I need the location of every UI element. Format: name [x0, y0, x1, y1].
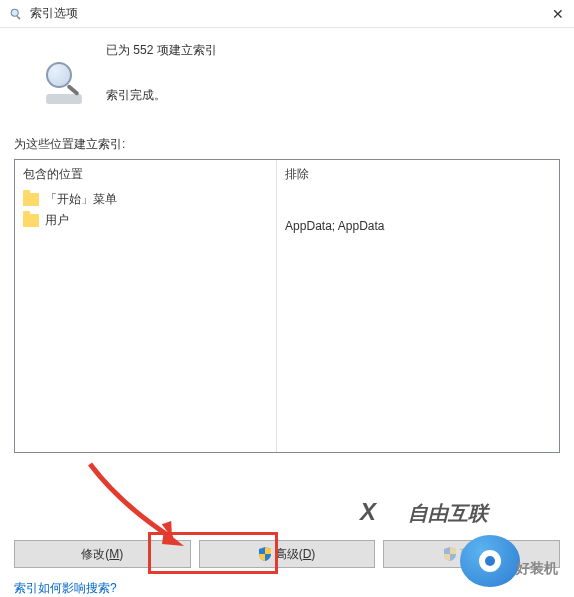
list-item-label: 用户: [45, 212, 69, 229]
button-label: 高级(D): [275, 546, 316, 563]
index-status-text: 索引完成。: [106, 87, 217, 104]
magnifier-small-icon: [8, 6, 24, 22]
section-label: 为这些位置建立索引:: [14, 136, 564, 153]
watermark-brand-2: 好装机: [516, 560, 558, 578]
watermark-bubble-icon: [460, 535, 520, 587]
help-link[interactable]: 索引如何影响搜索?: [14, 580, 117, 597]
list-item[interactable]: 用户: [15, 210, 276, 231]
titlebar: 索引选项 ✕: [0, 0, 574, 28]
modify-button[interactable]: 修改(M): [14, 540, 191, 568]
magnifier-icon: [40, 58, 88, 106]
button-label: 修改(M): [81, 546, 123, 563]
locations-list: 包含的位置 「开始」菜单 用户 排除 AppData; AppData: [14, 159, 560, 453]
svg-rect-1: [16, 15, 20, 19]
list-item[interactable]: 「开始」菜单: [15, 189, 276, 210]
excluded-text: AppData; AppData: [277, 189, 559, 233]
watermark-logo-icon: X: [360, 498, 374, 526]
shield-icon: [444, 547, 456, 561]
status-area: 已为 552 项建立索引 索引完成。: [10, 40, 564, 106]
folder-icon: [23, 214, 39, 227]
advanced-button[interactable]: 高级(D): [199, 540, 376, 568]
excluded-header: 排除: [277, 160, 559, 189]
list-item-label: 「开始」菜单: [45, 191, 117, 208]
included-header: 包含的位置: [15, 160, 276, 189]
svg-point-0: [11, 9, 18, 16]
index-count-text: 已为 552 项建立索引: [106, 42, 217, 59]
shield-icon: [259, 547, 271, 561]
window-title: 索引选项: [30, 5, 78, 22]
annotation-arrow: [80, 454, 200, 554]
folder-icon: [23, 193, 39, 206]
watermark-brand-1: 自由互联: [408, 500, 488, 527]
close-button[interactable]: ✕: [548, 4, 568, 24]
